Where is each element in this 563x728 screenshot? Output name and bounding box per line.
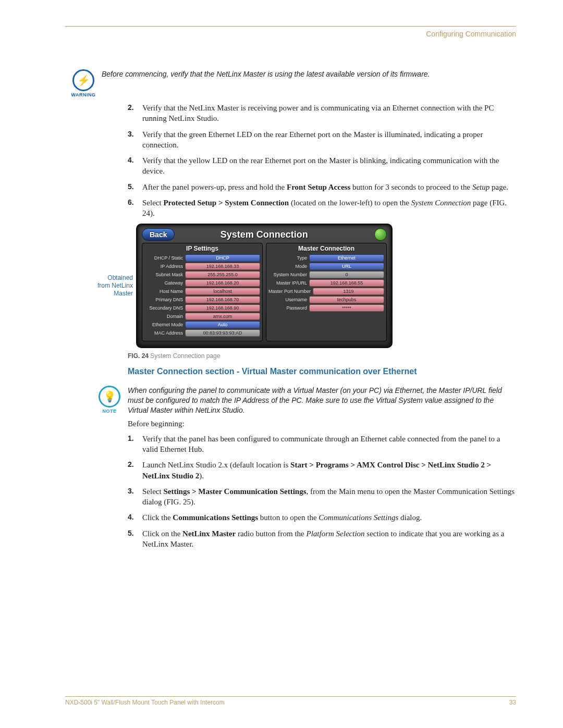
setting-value[interactable]: Auto bbox=[185, 321, 260, 328]
step-item: 5.Click on the NetLinx Master radio butt… bbox=[128, 528, 516, 550]
setting-value[interactable]: techpubs bbox=[309, 296, 384, 303]
setting-row: Password***** bbox=[268, 304, 384, 312]
setting-value[interactable]: 192.168.168.70 bbox=[185, 296, 260, 303]
setting-value[interactable]: 1319 bbox=[313, 288, 384, 295]
step-item: 5.After the panel powers-up, press and h… bbox=[128, 182, 516, 192]
step-item: 4.Click the Communications Settings butt… bbox=[128, 512, 516, 523]
status-ok-icon bbox=[374, 228, 387, 241]
setting-value[interactable]: Ethernet bbox=[309, 254, 384, 262]
figure-24: Obtained from NetLinx Master Back System… bbox=[96, 224, 516, 348]
setting-row: Domainamx.com bbox=[144, 313, 260, 320]
setting-row: Secondary DNS192.168.168.90 bbox=[144, 304, 260, 312]
setting-value[interactable]: 192.168.168.55 bbox=[309, 279, 384, 287]
step-item: 6.Select Protected Setup > System Connec… bbox=[128, 198, 516, 219]
step-item: 4.Verify that the yellow LED on the rear… bbox=[128, 155, 516, 177]
setting-row: IP Address192.168.168.33 bbox=[144, 263, 260, 270]
step-item: 3.Select Settings > Master Communication… bbox=[128, 486, 516, 508]
figure-caption: FIG. 24 System Connection page bbox=[128, 352, 516, 360]
setting-value[interactable]: DHCP bbox=[185, 254, 260, 262]
setting-value[interactable]: 255.255.255.0 bbox=[185, 271, 260, 278]
step-item: 1.Verify that the panel has been configu… bbox=[128, 434, 516, 455]
setting-row: System Number0 bbox=[268, 271, 384, 278]
step-item: 2.Launch NetLinx Studio 2.x (default loc… bbox=[128, 460, 516, 481]
setting-row: Usernametechpubs bbox=[268, 296, 384, 303]
setting-row: Gateway192.168.168.20 bbox=[144, 279, 260, 287]
ip-settings-header: IP Settings bbox=[144, 245, 260, 252]
setting-row: Subnet Mask255.255.255.0 bbox=[144, 271, 260, 278]
setting-row: Master Port Number1319 bbox=[268, 288, 384, 295]
setting-row: DHCP / StaticDHCP bbox=[144, 254, 260, 262]
setting-value[interactable]: ***** bbox=[309, 304, 384, 312]
footer-product: NXD-500i 5" Wall/Flush Mount Touch Panel… bbox=[65, 699, 225, 706]
setting-value[interactable]: amx.com bbox=[185, 313, 260, 320]
setting-value[interactable]: localhost bbox=[185, 288, 260, 295]
setting-row: ModeURL bbox=[268, 263, 384, 270]
figure-callout: Obtained from NetLinx Master bbox=[96, 274, 133, 298]
section-heading: Master Connection section - Virtual Mast… bbox=[128, 367, 516, 376]
setting-value[interactable]: 192.168.168.90 bbox=[185, 304, 260, 312]
setting-value[interactable]: 192.168.168.33 bbox=[185, 263, 260, 270]
note-text: When configuring the panel to communicat… bbox=[128, 386, 516, 415]
setting-row: TypeEthernet bbox=[268, 254, 384, 262]
page-number: 33 bbox=[509, 699, 516, 706]
setting-row: Master IP/URL192.168.168.55 bbox=[268, 279, 384, 287]
note-icon: 💡 NOTE bbox=[91, 386, 128, 414]
warning-icon: ⚡ WARNING bbox=[65, 69, 102, 97]
setting-value[interactable]: 0 bbox=[309, 271, 384, 278]
step-item: 2.Verify that the NetLinx Master is rece… bbox=[128, 103, 516, 124]
steps-list-b: 1.Verify that the panel has been configu… bbox=[128, 434, 516, 549]
setting-row: MAC Address00:83:93:93:93:AD bbox=[144, 329, 260, 337]
setting-row: Host Namelocalhost bbox=[144, 288, 260, 295]
steps-list-a: 2.Verify that the NetLinx Master is rece… bbox=[128, 103, 516, 218]
setting-row: Primary DNS192.168.168.70 bbox=[144, 296, 260, 303]
setting-value[interactable]: 00:83:93:93:93:AD bbox=[185, 329, 260, 337]
step-item: 3.Verify that the green Ethernet LED on … bbox=[128, 129, 516, 151]
panel-title: System Connection bbox=[154, 229, 374, 240]
warning-text: Before commencing, verify that the NetLi… bbox=[102, 69, 516, 79]
master-connection-header: Master Connection bbox=[268, 245, 384, 252]
setting-value[interactable]: 192.168.168.20 bbox=[185, 279, 260, 287]
header-section: Configuring Communication bbox=[65, 30, 516, 38]
setting-row: Ethernet ModeAuto bbox=[144, 321, 260, 328]
setting-value[interactable]: URL bbox=[309, 263, 384, 270]
before-beginning: Before beginning: bbox=[128, 419, 516, 428]
